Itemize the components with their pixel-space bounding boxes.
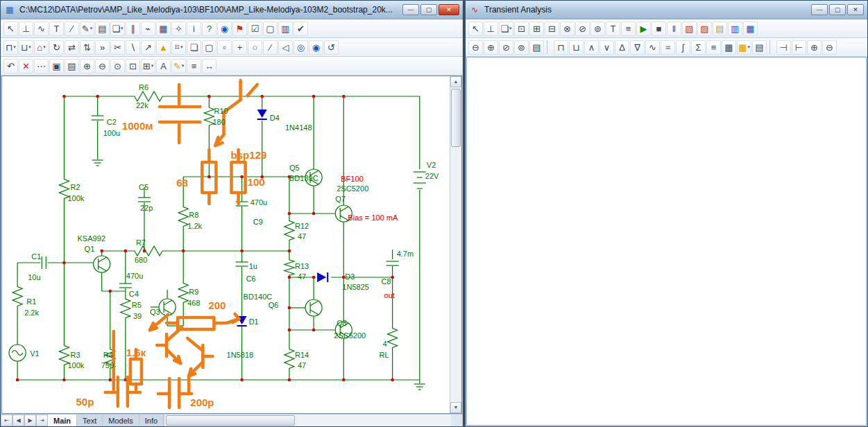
vertical-scrollbar[interactable]: ▲ ▼ bbox=[450, 76, 461, 413]
macro-icon[interactable]: ⊔▾ bbox=[19, 40, 33, 55]
ta-plot-area[interactable] bbox=[466, 57, 867, 426]
schematic-label[interactable]: 4 bbox=[383, 340, 387, 348]
ta-titlebar[interactable]: ∿ Transient Analysis — ▢ ✕ bbox=[466, 1, 867, 19]
node-numbers-icon[interactable]: ⌁ bbox=[141, 21, 155, 36]
waveform-grid-icon[interactable]: ⊞ bbox=[529, 21, 544, 36]
list-icon[interactable]: ▤ bbox=[752, 40, 767, 55]
schematic-label[interactable]: 47 bbox=[298, 232, 306, 241]
schematic-label[interactable]: 1N5825 bbox=[342, 283, 369, 291]
wave-tri-down-icon[interactable]: ∨ bbox=[599, 40, 614, 55]
schematic-label[interactable]: Q1 bbox=[85, 245, 95, 253]
tab-last-button[interactable]: ⇥ bbox=[36, 415, 48, 426]
step-icon[interactable]: » bbox=[95, 40, 110, 55]
scroll-down-icon[interactable]: ▼ bbox=[450, 402, 461, 413]
schematic-label[interactable]: C1 bbox=[31, 252, 41, 261]
schematic-label[interactable]: bsp129 bbox=[231, 149, 267, 161]
schematic-label[interactable]: 680 bbox=[135, 256, 147, 264]
camera-icon[interactable]: ⊡ bbox=[126, 59, 140, 73]
close-file-icon[interactable]: ✕ bbox=[19, 59, 33, 73]
schematic-label[interactable]: R4 bbox=[103, 351, 113, 359]
tag-x-icon[interactable]: ⊘ bbox=[575, 21, 590, 36]
schematic-label[interactable]: 100 bbox=[248, 176, 265, 188]
zoom-in-icon[interactable]: ⊕ bbox=[80, 59, 94, 73]
text-mode-icon[interactable]: T bbox=[49, 21, 64, 36]
schematic-label[interactable]: 750 bbox=[101, 361, 114, 369]
schematic-label[interactable]: R12 bbox=[295, 222, 309, 230]
select-icon[interactable]: ↖ bbox=[3, 21, 18, 36]
schematic-label[interactable]: Q5 bbox=[289, 164, 300, 172]
warning-icon[interactable]: ▲ bbox=[156, 40, 171, 55]
schematic-label[interactable]: 47 bbox=[298, 272, 306, 281]
schematic-label[interactable]: 1000м bbox=[122, 120, 153, 132]
refresh-icon[interactable]: ↺ bbox=[324, 40, 339, 55]
find-next-icon[interactable]: ◉ bbox=[309, 40, 323, 55]
schematic-label[interactable]: 100k bbox=[67, 194, 84, 202]
wave-approx-icon[interactable]: ≈ bbox=[661, 40, 675, 55]
wave-bars-icon[interactable]: ▦ bbox=[722, 40, 736, 55]
schematic-label[interactable]: 68 bbox=[176, 177, 188, 189]
ground-icon[interactable]: ⊥ bbox=[484, 21, 498, 36]
sheet-icon[interactable]: ▥ bbox=[278, 21, 293, 36]
info-icon[interactable]: i bbox=[187, 21, 201, 36]
dropdown-arrow-icon[interactable]: ▾ bbox=[28, 44, 31, 50]
schematic-label[interactable]: V1 bbox=[30, 349, 40, 358]
schematic-label[interactable]: 39 bbox=[133, 312, 142, 320]
graphics-icon[interactable]: ✎▾ bbox=[80, 21, 94, 36]
schematic-label[interactable]: R7 bbox=[136, 238, 146, 247]
picture-file-icon[interactable]: ▤ bbox=[95, 21, 110, 36]
wave-integral-icon[interactable]: ∫ bbox=[676, 40, 690, 55]
schematic-label[interactable]: 1.2k bbox=[187, 222, 202, 230]
text-mode-icon[interactable]: T bbox=[606, 21, 620, 36]
border-icon[interactable]: ▢ bbox=[263, 21, 278, 36]
zoom-out-icon[interactable]: ⊖ bbox=[95, 59, 110, 73]
schematic-label[interactable]: 2SC5200 bbox=[334, 331, 366, 340]
distribute-icon[interactable]: ↔ bbox=[202, 59, 216, 73]
schematic-label[interactable]: BD140C bbox=[244, 293, 273, 301]
schematic-label[interactable]: V2 bbox=[427, 161, 436, 169]
dropdown-arrow-icon[interactable]: ▾ bbox=[180, 44, 183, 50]
schematic-canvas[interactable]: R622kC2100uR10180D41N4148Q5BD139C2SC5200… bbox=[2, 76, 450, 413]
ta-maximize-button[interactable]: ▢ bbox=[829, 4, 846, 15]
schematic-label[interactable]: RL bbox=[380, 351, 389, 359]
grid-text-icon[interactable]: ▦ bbox=[156, 21, 171, 36]
dropdown-arrow-icon[interactable]: ▾ bbox=[151, 63, 154, 69]
wave-delta-icon[interactable]: Δ bbox=[615, 40, 629, 55]
schematic-label[interactable]: C5 bbox=[139, 183, 148, 191]
schematic-label[interactable]: 1N5818 bbox=[227, 351, 254, 359]
text-size-icon[interactable]: A bbox=[156, 59, 171, 73]
numeric-output-icon[interactable]: ▤ bbox=[713, 21, 727, 36]
schematic-label[interactable]: KSA992 bbox=[78, 234, 106, 243]
accumulate-icon[interactable]: ▧ bbox=[682, 21, 697, 36]
world-icon[interactable]: ◉ bbox=[217, 21, 232, 36]
cut-icon[interactable]: ✂ bbox=[110, 40, 125, 55]
zoom-restore-icon[interactable]: ⊚ bbox=[514, 40, 529, 55]
schematic-label[interactable]: 1.6к bbox=[126, 347, 146, 358]
flip-vertical-icon[interactable]: ⇅ bbox=[80, 40, 94, 55]
schematic-label[interactable]: R2 bbox=[70, 183, 80, 191]
zoom-area-icon[interactable]: ⊙ bbox=[110, 59, 125, 73]
dropdown-arrow-icon[interactable]: ▾ bbox=[43, 44, 46, 50]
schematic-label[interactable]: 100u bbox=[103, 129, 121, 137]
schematic-label[interactable]: 200 bbox=[208, 299, 225, 311]
schematic-label[interactable]: D1 bbox=[249, 317, 259, 326]
zoom-in-icon[interactable]: ⊕ bbox=[484, 40, 498, 55]
schematic-label[interactable]: 10u bbox=[28, 273, 40, 281]
rotate-icon[interactable]: ↻ bbox=[49, 40, 64, 55]
schematic-label[interactable]: 180 bbox=[212, 118, 225, 126]
open-sheet-icon[interactable]: ▢ bbox=[202, 40, 216, 55]
palette-icon[interactable]: ▦▾ bbox=[737, 40, 751, 55]
wave-steps-icon[interactable]: ≡ bbox=[706, 40, 721, 55]
wave-sigma-icon[interactable]: Σ bbox=[691, 40, 706, 55]
schematic-label[interactable]: 468 bbox=[187, 299, 200, 307]
grid-icon[interactable]: ⌗▾ bbox=[171, 40, 186, 55]
schematic-label[interactable]: R6 bbox=[139, 83, 148, 92]
numeric-doc-icon[interactable]: ▤ bbox=[529, 40, 544, 55]
ta-minimize-button[interactable]: — bbox=[811, 4, 828, 15]
clipboard-icon[interactable]: ❏▾ bbox=[499, 21, 513, 36]
schematic-label[interactable]: Q8 bbox=[337, 319, 347, 327]
horizontal-scroll-thumb[interactable] bbox=[166, 415, 295, 426]
schematic-label[interactable]: R5 bbox=[132, 301, 142, 309]
properties-icon[interactable]: ≡ bbox=[621, 21, 636, 36]
stop-icon[interactable]: ■ bbox=[652, 21, 666, 36]
pause-icon[interactable]: ‖ bbox=[667, 21, 681, 36]
